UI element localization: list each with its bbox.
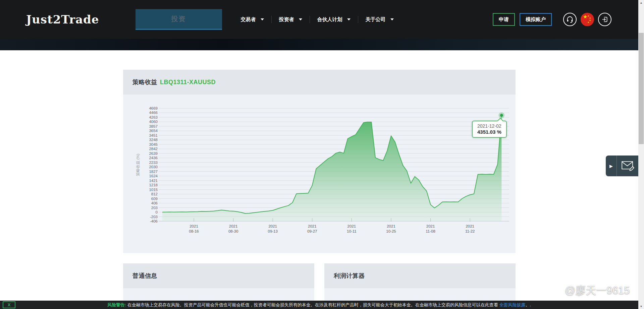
svg-text:2021: 2021 [387,224,395,228]
strategy-return-chart[interactable]: 4669446642634060385736543451324830452842… [123,95,516,253]
scrollbar-thumb[interactable] [639,33,644,144]
svg-text:2021: 2021 [347,224,356,228]
general-info-title: 普通信息 [132,272,157,280]
svg-text:4060: 4060 [149,120,158,124]
svg-text:0: 0 [156,210,158,214]
scrollbar-down-icon[interactable]: ▼ [638,304,644,309]
tooltip-value: 4351.03 % [477,129,501,135]
topbar-actions: 申请 模拟账户 ★ ★ ★ ★ ★ [493,13,611,26]
close-risk-bar-button[interactable]: X [3,301,15,308]
nav-separator [271,16,272,23]
svg-text:3654: 3654 [149,129,158,133]
svg-text:1421: 1421 [149,179,158,183]
svg-text:策略收益 (%): 策略收益 (%) [136,153,140,176]
support-headset-icon[interactable] [563,13,577,26]
watermark-logo-icon [554,284,563,298]
svg-text:3857: 3857 [149,124,158,128]
svg-text:11-08: 11-08 [426,229,435,233]
svg-text:-203: -203 [150,215,158,219]
brand-logo[interactable]: Just2Trade [26,13,99,26]
svg-text:10-11: 10-11 [347,229,357,233]
svg-text:812: 812 [151,192,158,196]
svg-text:2021: 2021 [466,224,474,228]
area-chart: 4669446642634060385736543451324830452842… [123,95,516,239]
chevron-down-icon [261,18,264,20]
nav-item-traders[interactable]: 交易者 [241,16,264,23]
login-icon[interactable] [598,13,611,26]
profit-calculator-header: 利润计算器 [324,263,516,288]
svg-text:2021: 2021 [229,224,238,228]
svg-text:2842: 2842 [149,147,158,151]
svg-text:3248: 3248 [149,138,158,142]
general-info-header: 普通信息 [123,263,314,288]
top-navigation-bar: Just2Trade 投资 交易者 投资者 合伙人计划 关于公司 申请 模拟账户… [0,0,638,39]
scrollbar-up-icon[interactable]: ▲ [638,0,644,5]
svg-text:2021: 2021 [190,224,198,228]
page-scrollbar[interactable]: ▲ ▼ [638,0,644,309]
svg-text:3451: 3451 [149,133,158,137]
profit-calculator-body [324,288,516,301]
svg-text:2639: 2639 [149,151,158,156]
full-risk-disclosure-link[interactable]: 全面风险披露 [499,302,525,307]
strategy-return-panel-header: 策略收益LBQ1311-XAUUSD [123,70,516,95]
svg-text:4263: 4263 [149,115,158,119]
page-title: 策略收益LBQ1311-XAUUSD [132,78,216,86]
svg-text:1827: 1827 [149,170,158,174]
svg-text:11-22: 11-22 [465,229,475,233]
svg-text:2021: 2021 [268,224,277,228]
svg-text:10-25: 10-25 [386,229,396,233]
language-flag-icon[interactable]: ★ ★ ★ ★ ★ [581,13,594,26]
svg-text:1624: 1624 [149,174,158,178]
strategy-symbol: LBQ1311-XAUUSD [160,79,216,85]
svg-text:4669: 4669 [149,106,158,110]
nav-item-partners[interactable]: 合伙人计划 [317,16,351,23]
svg-text:2021: 2021 [308,224,317,228]
svg-text:-406: -406 [150,219,158,223]
risk-warning-bar: X 风险警告: 在金融市场上交易存在风险。投资产品可能会升值也可能会贬值，投资者… [0,301,638,309]
contact-float-widget: ▶ [606,156,639,176]
svg-text:3045: 3045 [149,142,158,146]
svg-text:406: 406 [151,201,158,205]
nav-separator [358,16,358,23]
nav-separator [310,16,310,23]
svg-text:2021: 2021 [426,224,435,228]
risk-warning-text: 风险警告: 在金融市场上交易存在风险。投资产品可能会升值也可能会贬值，投资者可能… [107,302,531,308]
svg-text:609: 609 [151,197,158,201]
chart-tooltip: 2021-12-02 4351.03 % [472,121,507,138]
nav-item-about[interactable]: 关于公司 [366,16,394,23]
email-compose-icon[interactable] [617,156,639,176]
widget-expand-button[interactable]: ▶ [606,156,617,176]
svg-text:08-30: 08-30 [228,229,238,233]
risk-warning-label: 风险警告: [107,302,126,307]
apply-button[interactable]: 申请 [493,13,515,26]
svg-text:09-13: 09-13 [268,229,277,233]
hero-banner-strip [0,39,638,50]
demo-account-button[interactable]: 模拟账户 [520,13,552,26]
general-info-panel: 普通信息 [123,263,314,301]
video-watermark: @廖天一9615 [554,284,630,298]
svg-text:203: 203 [151,206,158,210]
chevron-down-icon [390,18,394,20]
svg-text:08-16: 08-16 [189,229,199,233]
svg-text:2436: 2436 [149,156,158,160]
svg-text:1218: 1218 [149,183,158,187]
general-info-body [123,288,314,301]
svg-text:2233: 2233 [149,161,158,165]
strategy-return-panel: 策略收益LBQ1311-XAUUSD 466944664263406038573… [123,70,516,253]
chevron-down-icon [347,18,351,20]
main-nav: 交易者 投资者 合伙人计划 关于公司 [241,16,394,23]
profit-calculator-panel: 利润计算器 [324,263,516,301]
svg-text:09-27: 09-27 [307,229,317,233]
svg-text:4466: 4466 [149,111,158,115]
svg-text:1015: 1015 [149,188,158,192]
tooltip-date: 2021-12-02 [477,123,501,129]
chevron-down-icon [299,18,302,20]
invest-tab[interactable]: 投资 [136,9,222,30]
profit-calculator-title: 利润计算器 [334,272,365,280]
watermark-text: @廖天一9615 [565,284,630,298]
nav-item-investors[interactable]: 投资者 [279,16,302,23]
svg-text:2030: 2030 [149,165,158,169]
